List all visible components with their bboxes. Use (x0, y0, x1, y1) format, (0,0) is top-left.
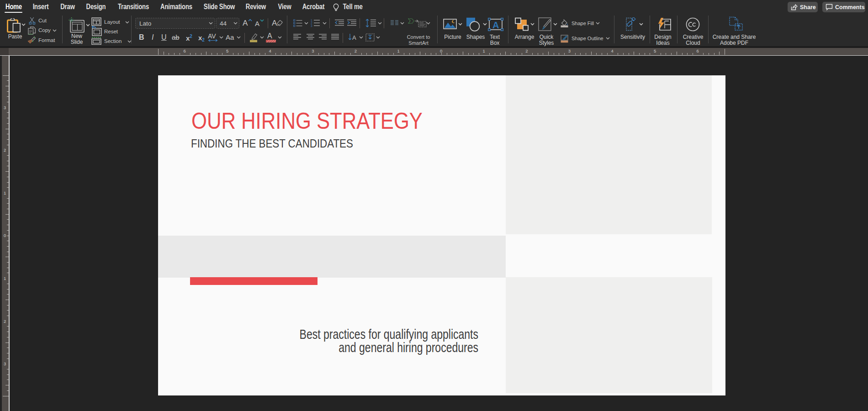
svg-text:A: A (352, 34, 356, 41)
svg-text:3: 3 (311, 24, 312, 27)
svg-text:A: A (492, 20, 499, 30)
